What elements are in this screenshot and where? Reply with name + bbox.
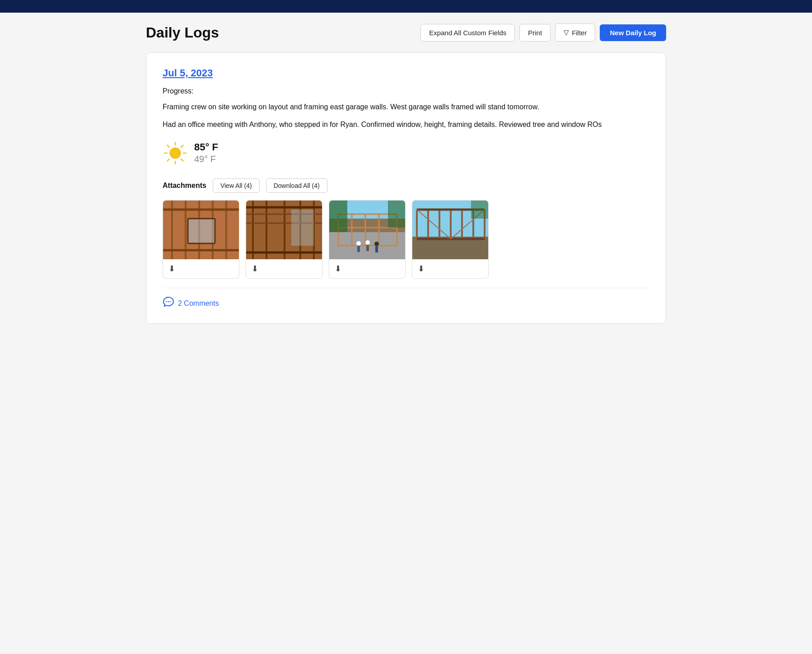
svg-rect-18 — [188, 219, 215, 243]
svg-point-65 — [168, 301, 169, 302]
view-all-button[interactable]: View All (4) — [213, 178, 260, 193]
page-container: Daily Logs Expand All Custom Fields Prin… — [135, 13, 677, 335]
svg-rect-45 — [366, 245, 369, 251]
svg-point-8 — [170, 148, 181, 159]
expand-custom-fields-button[interactable]: Expand All Custom Fields — [420, 24, 515, 42]
attachment-actions-3: ⬇ — [329, 259, 405, 278]
attachment-thumb-2[interactable] — [246, 201, 322, 259]
top-navigation-bar — [0, 0, 812, 13]
temp-low: 49° F — [194, 154, 218, 164]
comments-row: 2 Comments — [163, 288, 649, 311]
header-actions: Expand All Custom Fields Print ▽ Filter … — [420, 23, 666, 42]
svg-line-5 — [181, 159, 183, 161]
svg-point-66 — [170, 301, 171, 302]
progress-label: Progress: — [163, 87, 649, 95]
attachment-item-3: ⬇ — [329, 200, 406, 279]
svg-line-7 — [168, 159, 170, 161]
svg-rect-33 — [291, 210, 314, 246]
attachment-thumb-3[interactable] — [329, 201, 406, 259]
temp-high: 85° F — [194, 141, 218, 153]
svg-rect-43 — [357, 246, 360, 252]
attachment-actions-1: ⬇ — [163, 259, 239, 278]
svg-rect-63 — [471, 201, 489, 219]
print-button[interactable]: Print — [519, 24, 551, 42]
download-button-1[interactable]: ⬇ — [168, 263, 176, 275]
progress-text-1: Framing crew on site working on layout a… — [163, 102, 649, 113]
attachment-item: ⬇ — [163, 200, 239, 279]
svg-point-46 — [374, 242, 379, 246]
attachments-grid: ⬇ — [163, 200, 649, 279]
svg-rect-47 — [375, 246, 378, 252]
filter-button[interactable]: ▽ Filter — [555, 23, 595, 42]
download-all-button[interactable]: Download All (4) — [266, 178, 327, 193]
svg-rect-48 — [329, 201, 347, 232]
svg-line-6 — [181, 145, 183, 147]
attachment-thumb-1[interactable] — [163, 201, 239, 259]
attachments-header: Attachments View All (4) Download All (4… — [163, 178, 649, 193]
attachments-label: Attachments — [163, 182, 206, 190]
attachment-actions-4: ⬇ — [412, 259, 488, 278]
svg-point-42 — [356, 241, 361, 246]
progress-text-2: Had an office meeting with Anthony, who … — [163, 119, 649, 131]
attachment-item-2: ⬇ — [246, 200, 322, 279]
log-date-link[interactable]: Jul 5, 2023 — [163, 67, 213, 79]
svg-point-44 — [365, 240, 370, 245]
svg-rect-49 — [388, 201, 406, 228]
new-daily-log-button[interactable]: New Daily Log — [600, 24, 666, 41]
weather-temps: 85° F 49° F — [194, 141, 218, 164]
svg-point-64 — [166, 301, 167, 302]
download-button-2[interactable]: ⬇ — [251, 263, 259, 275]
comment-bubble-icon — [163, 296, 174, 311]
download-button-4[interactable]: ⬇ — [417, 263, 425, 275]
download-button-3[interactable]: ⬇ — [334, 263, 342, 275]
attachment-actions-2: ⬇ — [246, 259, 322, 278]
filter-icon: ▽ — [564, 28, 569, 37]
comments-link[interactable]: 2 Comments — [178, 299, 219, 308]
attachments-section: Attachments View All (4) Download All (4… — [163, 178, 649, 279]
page-header: Daily Logs Expand All Custom Fields Prin… — [146, 23, 666, 42]
attachment-item-4: ⬇ — [412, 200, 489, 279]
log-card: Jul 5, 2023 Progress: Framing crew on si… — [146, 52, 666, 324]
weather-row: 85° F 49° F — [163, 140, 649, 166]
sun-icon — [163, 140, 188, 166]
svg-line-4 — [168, 145, 170, 147]
attachment-thumb-4[interactable] — [412, 201, 489, 259]
page-title: Daily Logs — [146, 24, 219, 41]
